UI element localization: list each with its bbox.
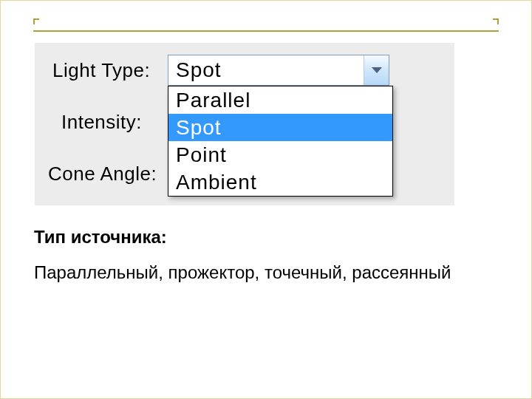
light-settings-panel: Light Type: Intensity: Cone Angle: Spot …	[34, 42, 455, 206]
dropdown-option[interactable]: Parallel	[168, 86, 392, 114]
intensity-label: Intensity:	[61, 111, 142, 134]
dropdown-option[interactable]: Point	[168, 141, 392, 168]
light-type-value: Spot	[168, 55, 364, 85]
dropdown-option[interactable]: Ambient	[168, 168, 392, 196]
caption-description: Параллельный, прожектор, точечный, рассе…	[34, 261, 498, 284]
cone-angle-label: Cone Angle:	[48, 163, 157, 185]
light-type-combo[interactable]: Spot	[168, 55, 389, 86]
light-type-label: Light Type:	[52, 59, 150, 82]
caption-heading: Тип источника:	[34, 227, 498, 248]
light-type-dropdown-button[interactable]	[364, 55, 389, 85]
accent-divider	[33, 30, 499, 32]
light-type-dropdown-list[interactable]: Parallel Spot Point Ambient	[168, 86, 393, 197]
dropdown-option[interactable]: Spot	[168, 114, 392, 141]
chevron-down-icon	[372, 67, 382, 73]
